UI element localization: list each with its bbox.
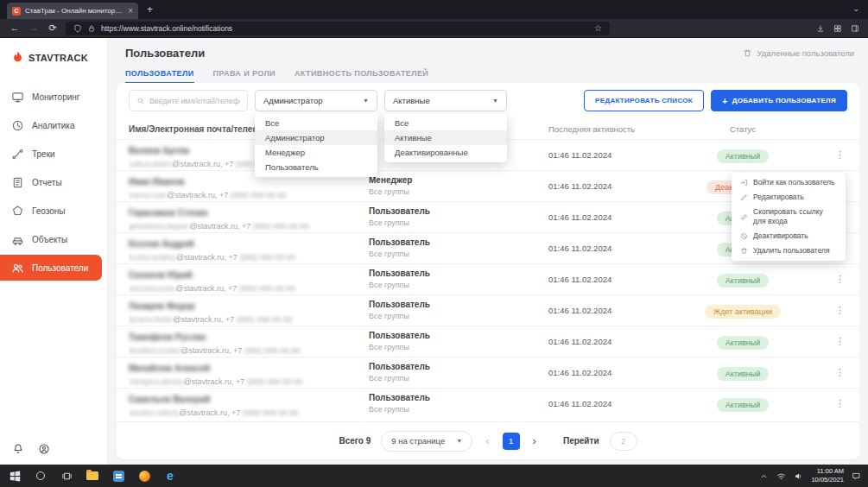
current-page-button[interactable]: 1 [503,433,520,450]
sidebar-item-monitor[interactable]: Мониторинг [0,84,107,110]
column-activity: Последняя активность [548,124,678,134]
tab-1[interactable]: ПРАВА И РОЛИ [213,69,276,84]
prev-page-button[interactable]: ‹ [483,435,491,446]
user-email-phone: savelev.valeriy@stavtrack.ru, +7 (999) 9… [129,408,369,418]
context-menu-item-login[interactable]: Войти как пользователь [732,175,846,190]
user-role: Пользователь [369,237,548,247]
context-menu-item-edit[interactable]: Редактировать [732,190,846,205]
notifications-bell-icon[interactable] [12,443,24,455]
goto-page-input[interactable]: 2 [610,432,637,451]
tab-title: СтавТрак - Онлайн мониторр... [25,7,124,15]
reports-icon [11,176,24,189]
taskbar-app-chat-icon[interactable] [105,465,131,487]
taskbar-app-edge-icon[interactable]: e [157,465,183,487]
context-menu-item-ban[interactable]: Деактивировать [732,229,846,244]
goto-label: Перейти [563,436,599,446]
tab-0[interactable]: ПОЛЬЗОВАТЕЛИ [125,69,194,84]
last-activity: 01:46 11.02.2024 [548,337,678,346]
volume-icon[interactable] [794,471,803,481]
extensions-icon[interactable] [833,24,842,33]
tab-list-chevron-icon[interactable]: ⌄ [852,4,859,13]
status-badge: Ждет активации [705,305,781,319]
user-email-phone: kozlov.andrey@stavtrack.ru, +7 (999) 999… [129,253,369,262]
back-button[interactable]: ← [9,23,21,33]
search-field[interactable] [149,97,240,105]
status-filter-select[interactable]: Активные ▼ [384,90,507,111]
taskbar-app-folder-icon[interactable] [79,465,105,487]
sidebar-item-tracks[interactable]: Треки [0,141,107,167]
task-view-icon[interactable] [54,465,79,487]
dropdown-option[interactable]: Пользователь [255,160,377,174]
taskbar-app-browser-icon[interactable] [131,465,157,487]
user-name: Иван Иванов [129,177,185,187]
context-menu-item-trash[interactable]: Удалить пользователя [732,244,846,258]
dropdown-option[interactable]: Менеджер [255,145,377,160]
url-bar[interactable]: https://www.stavtrack.online/notificatio… [66,22,610,35]
add-user-button[interactable]: + ДОБАВИТЬ ПОЛЬЗОВАТЕЛЯ [711,90,847,111]
sidebar-item-reports[interactable]: Отчеты [0,169,107,195]
reload-button[interactable]: ⟳ [47,23,59,33]
dropdown-option[interactable]: Все [384,116,507,130]
browser-tab-bar: C СтавТрак - Онлайн мониторр... × + ⌄ [0,0,868,19]
user-group: Все группы [369,281,548,290]
last-activity: 01:46 11.02.2024 [548,181,678,191]
screen: C СтавТрак - Онлайн мониторр... × + ⌄ ← … [0,0,868,487]
sidebar-item-objects[interactable]: Объекты [0,226,107,252]
dropdown-option[interactable]: Деактивированные [384,145,507,160]
table-row: Сазонов Юрий sazonov.yuriy@stavtrack.ru,… [117,263,859,294]
role-filter-select[interactable]: Администратор ▼ [255,90,377,111]
shield-icon[interactable] [73,24,82,33]
sidebar-item-users[interactable]: Пользователи [0,255,102,281]
forward-button[interactable]: → [28,23,40,33]
row-menu-button[interactable]: ⋮ [808,398,847,409]
action-center-icon[interactable] [852,471,861,481]
row-menu-button[interactable]: ⋮ [808,149,847,161]
flame-icon [10,49,25,66]
wifi-icon[interactable] [776,471,786,481]
edit-list-button[interactable]: РЕДАКТИРОВАТЬ СПИСОК [584,90,704,111]
row-menu-button[interactable]: ⋮ [808,305,847,316]
profile-icon[interactable] [38,443,50,455]
new-tab-button[interactable]: + [138,3,162,16]
dropdown-option[interactable]: Все [255,116,377,130]
lock-icon[interactable] [87,24,96,33]
row-context-menu: Войти как пользователь Редактировать Ско… [732,173,846,261]
user-name: Михайлов Алексей [129,364,210,373]
dropdown-option[interactable]: Активные [384,130,507,145]
user-name: Козлов Андрей [129,239,194,249]
search-input[interactable] [129,90,248,111]
tray-expand-icon[interactable] [759,471,769,481]
dropdown-option[interactable]: Администратор [255,130,377,145]
taskbar-search-icon[interactable] [28,465,54,487]
tab-close-icon[interactable]: × [128,6,133,16]
taskbar-clock[interactable]: 11:00 AM 10/05/2021 [811,467,844,484]
start-button[interactable] [2,465,28,487]
context-menu-item-link[interactable]: Скопировать ссылку для входа [732,205,846,229]
next-page-button[interactable]: › [530,435,539,446]
sidebar-item-geozones[interactable]: Геозоны [0,198,107,224]
row-menu-button[interactable]: ⋮ [808,336,847,347]
sidebar-panel-icon[interactable] [851,24,859,33]
status-badge: Активный [717,274,769,288]
url-text: https://www.stavtrack.online/notificatio… [101,24,589,33]
page-header: Пользователи Удаленные пользователи [108,38,868,60]
per-page-select[interactable]: 9 на странице ▼ [381,431,472,452]
sidebar-item-analytics[interactable]: Аналитика [0,112,107,138]
user-name: Савельев Валерий [129,395,210,404]
user-role: Пользователь [369,331,548,340]
deleted-users-link[interactable]: Удаленные пользователи [743,48,854,58]
browser-tab[interactable]: C СтавТрак - Онлайн мониторр... × [7,3,138,19]
sidebar-item-label: Геозоны [32,206,66,216]
download-icon[interactable] [816,24,825,33]
windows-taskbar: e 11:00 AM 10/05/2021 [0,465,868,487]
monitor-icon [11,91,24,104]
stavtrack-logo[interactable]: STAVTRACK [0,38,107,75]
last-activity: 01:46 11.02.2024 [548,399,678,408]
last-activity: 01:46 11.02.2024 [548,150,678,160]
row-menu-button[interactable]: ⋮ [808,274,847,285]
tab-2[interactable]: АКТИВНОСТЬ ПОЛЬЗОВАТЕЛЕЙ [295,69,428,84]
bookmark-star-icon[interactable]: ☆ [594,23,602,33]
sidebar-item-label: Треки [32,149,55,159]
user-role: Пользователь [369,300,548,309]
row-menu-button[interactable]: ⋮ [808,367,847,378]
